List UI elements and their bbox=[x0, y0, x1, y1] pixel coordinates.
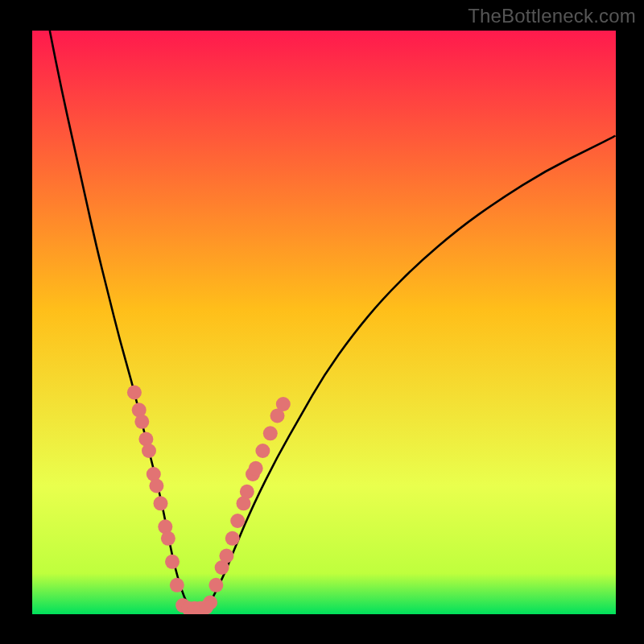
data-dot bbox=[127, 386, 142, 400]
data-dot bbox=[225, 531, 240, 546]
data-dot bbox=[249, 461, 263, 476]
chart-frame: TheBottleneck.com bbox=[0, 0, 644, 644]
chart-svg bbox=[32, 31, 616, 614]
data-dot bbox=[170, 578, 184, 592]
data-dot bbox=[165, 555, 180, 569]
data-dot bbox=[255, 444, 270, 458]
data-dot bbox=[134, 415, 149, 429]
data-dot bbox=[208, 578, 223, 592]
data-dot bbox=[230, 514, 245, 528]
plot-area bbox=[32, 31, 616, 614]
data-dot bbox=[149, 479, 163, 493]
data-dot bbox=[199, 600, 213, 614]
data-dot bbox=[263, 426, 278, 440]
data-dot bbox=[240, 485, 254, 499]
data-dot bbox=[154, 496, 168, 510]
gradient-background bbox=[32, 31, 616, 614]
data-dot bbox=[161, 531, 175, 546]
watermark-text: TheBottleneck.com bbox=[468, 5, 636, 27]
data-dot bbox=[142, 444, 156, 458]
data-dot bbox=[219, 549, 233, 564]
data-dot bbox=[276, 397, 291, 411]
